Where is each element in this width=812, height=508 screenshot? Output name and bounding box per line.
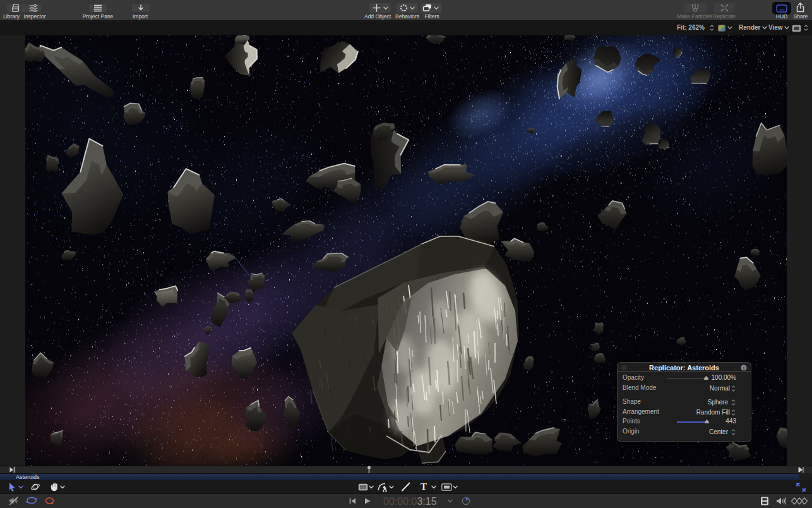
svg-text:i: i xyxy=(743,365,744,371)
